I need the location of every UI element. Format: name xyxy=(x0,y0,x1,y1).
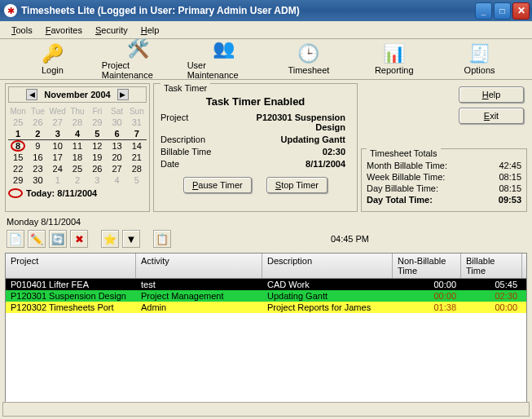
cal-day[interactable]: 28 xyxy=(127,163,147,174)
cal-day[interactable]: 19 xyxy=(87,152,107,163)
table-row[interactable]: P120302 Timesheets PortAdminProject Repo… xyxy=(6,302,526,313)
cal-day[interactable]: 5 xyxy=(87,128,107,140)
options-button[interactable]: 🧾Options xyxy=(437,42,522,77)
cal-day[interactable]: 8 xyxy=(8,140,28,152)
cal-day-other[interactable]: 28 xyxy=(68,117,87,128)
cal-day[interactable]: 22 xyxy=(8,163,28,174)
tt-date-label: Date xyxy=(160,159,224,169)
cal-day[interactable]: 4 xyxy=(68,128,87,140)
current-time: 04:45 PM xyxy=(174,234,525,244)
timesheet-totals-panel: Timesheet Totals Month Billable Time:42:… xyxy=(361,148,527,212)
cal-day[interactable]: 7 xyxy=(127,128,147,140)
stop-timer-button[interactable]: Stop Timer xyxy=(266,177,328,193)
col-billable[interactable]: Billable Time xyxy=(461,254,522,278)
cal-day[interactable]: 17 xyxy=(48,152,68,163)
cal-day[interactable]: 13 xyxy=(107,140,126,152)
cal-day-other[interactable]: 4 xyxy=(107,174,126,186)
report-button[interactable]: 📋 xyxy=(153,230,171,248)
cal-day[interactable]: 3 xyxy=(48,128,68,140)
edit-entry-button[interactable]: ✏️ xyxy=(28,230,46,248)
user-maintenance-button[interactable]: 👥User Maintenance xyxy=(181,42,266,77)
cal-day[interactable]: 20 xyxy=(107,152,126,163)
cal-day[interactable]: 9 xyxy=(28,140,47,152)
timesheet-button[interactable]: 🕒Timesheet xyxy=(266,42,351,77)
cal-day[interactable]: 26 xyxy=(87,163,107,174)
cal-day-other[interactable]: 3 xyxy=(87,174,107,186)
cal-dow: Fri xyxy=(87,106,107,117)
cal-day[interactable]: 11 xyxy=(68,140,87,152)
cal-day-other[interactable]: 30 xyxy=(107,117,126,128)
close-button[interactable]: ✕ xyxy=(512,2,530,20)
cal-prev-button[interactable]: ◀ xyxy=(26,89,37,100)
cal-day-other[interactable]: 5 xyxy=(127,174,147,186)
col-activity[interactable]: Activity xyxy=(136,254,262,278)
col-nonbillable[interactable]: Non-Billable Time xyxy=(393,254,461,278)
project-maintenance-button[interactable]: 🛠️Project Maintenance xyxy=(95,42,181,77)
cell: Admin xyxy=(136,302,262,313)
menu-security[interactable]: Security xyxy=(89,24,134,37)
login-button[interactable]: 🔑Login xyxy=(10,42,95,77)
cal-day-other[interactable]: 25 xyxy=(8,117,28,128)
menubar: Tools Favorites Security Help xyxy=(0,21,532,39)
cal-day[interactable]: 24 xyxy=(48,163,68,174)
col-description[interactable]: Description xyxy=(262,254,393,278)
cal-day-other[interactable]: 29 xyxy=(87,117,107,128)
cal-day-other[interactable]: 26 xyxy=(28,117,47,128)
cal-day-other[interactable]: 2 xyxy=(68,174,87,186)
cal-day[interactable]: 30 xyxy=(28,174,47,186)
timesheet-grid[interactable]: Project Activity Description Non-Billabl… xyxy=(5,253,527,409)
cal-day[interactable]: 21 xyxy=(127,152,147,163)
menu-tools[interactable]: Tools xyxy=(5,24,39,37)
cal-day-other[interactable]: 31 xyxy=(127,117,147,128)
toolbar: 🔑Login 🛠️Project Maintenance 👥User Maint… xyxy=(0,39,532,80)
cal-day[interactable]: 29 xyxy=(8,174,28,186)
options-icon: 🧾 xyxy=(468,43,491,64)
cell: P120302 Timesheets Port xyxy=(6,302,136,313)
cal-day-other[interactable]: 1 xyxy=(48,174,68,186)
cal-day[interactable]: 12 xyxy=(87,140,107,152)
cal-day[interactable]: 2 xyxy=(28,128,47,140)
cal-day[interactable]: 6 xyxy=(107,128,126,140)
cal-day[interactable]: 16 xyxy=(28,152,47,163)
cal-day[interactable]: 1 xyxy=(8,128,28,140)
cal-day[interactable]: 25 xyxy=(68,163,87,174)
cell: Project Reports for James xyxy=(262,302,393,313)
refresh-button[interactable]: 🔄 xyxy=(49,230,67,248)
window-title: Timesheets Lite (Logged in User: Primary… xyxy=(21,5,475,16)
minimize-button[interactable]: _ xyxy=(475,2,492,20)
col-project[interactable]: Project xyxy=(6,254,136,278)
cal-day[interactable]: 10 xyxy=(48,140,68,152)
tt-desc-label: Description xyxy=(160,135,224,144)
delete-entry-button[interactable]: ✖ xyxy=(70,230,88,248)
document-icon: 📄 xyxy=(9,233,22,245)
filter-button[interactable]: ▼ xyxy=(122,230,140,248)
cell: 05:45 xyxy=(461,279,522,290)
favorite-button[interactable]: ⭐ xyxy=(101,230,119,248)
menu-help[interactable]: Help xyxy=(134,24,166,37)
day-total-label: Day Total Time: xyxy=(367,195,433,205)
exit-button[interactable]: Exit xyxy=(459,108,524,124)
table-row[interactable]: P120301 Suspension DesignProject Managem… xyxy=(6,290,526,302)
cal-day[interactable]: 15 xyxy=(8,152,28,163)
pause-timer-button[interactable]: Pause Timer xyxy=(183,177,252,193)
task-timer-panel: Task Timer Task Timer Enabled ProjectP12… xyxy=(153,83,358,212)
menu-favorites[interactable]: Favorites xyxy=(39,24,89,37)
table-row[interactable]: P010401 Lifter FEAtestCAD Work00:0005:45 xyxy=(6,279,526,290)
cal-dow: Tue xyxy=(28,106,47,117)
maximize-button[interactable]: □ xyxy=(494,2,511,20)
cal-today[interactable]: Today: 8/11/2004 xyxy=(8,188,147,198)
cal-day[interactable]: 27 xyxy=(107,163,126,174)
cal-day[interactable]: 18 xyxy=(68,152,87,163)
reporting-button[interactable]: 📊Reporting xyxy=(351,42,437,77)
tt-date-value: 8/11/2004 xyxy=(224,159,350,169)
new-entry-button[interactable]: 📄 xyxy=(7,230,24,248)
chart-icon: 📊 xyxy=(383,43,406,64)
tt-project-label: Project xyxy=(160,112,224,132)
cal-day-other[interactable]: 27 xyxy=(48,117,68,128)
cal-next-button[interactable]: ▶ xyxy=(117,89,129,100)
week-billable-label: Week Billable Time: xyxy=(367,172,445,182)
task-timer-title: Task Timer Enabled xyxy=(160,95,350,108)
help-button[interactable]: Help xyxy=(459,86,524,103)
cal-day[interactable]: 23 xyxy=(28,163,47,174)
cal-day[interactable]: 14 xyxy=(127,140,147,152)
